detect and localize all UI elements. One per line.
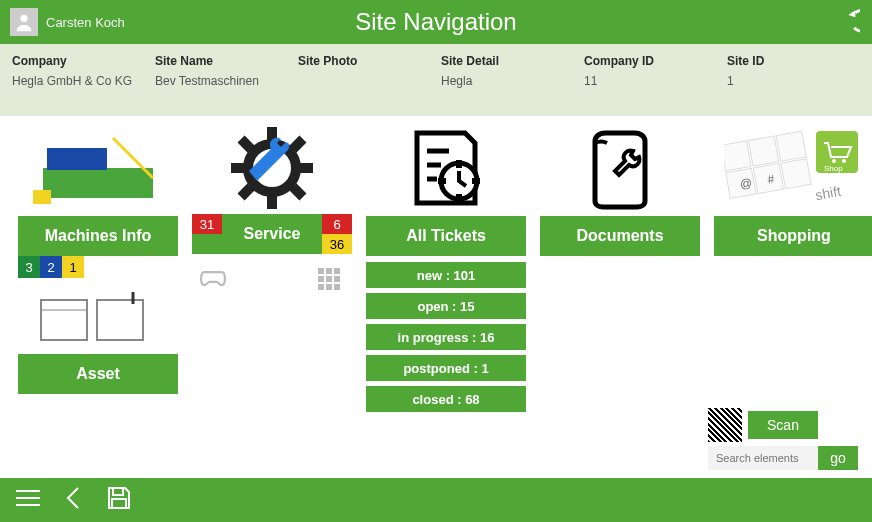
- documents-tile: Documents: [540, 122, 700, 478]
- refresh-icon[interactable]: [832, 8, 860, 36]
- ticket-row-progress[interactable]: in progress : 16: [366, 324, 526, 350]
- machines-badge-2: 2: [40, 256, 62, 278]
- machines-badge-3: 1: [62, 256, 84, 278]
- svg-point-0: [20, 15, 27, 22]
- tickets-image: [376, 122, 516, 214]
- bottom-bar: [0, 478, 872, 522]
- page-title: Site Navigation: [355, 8, 516, 36]
- main-area: Machines Info 3 2 1 Asset 31 6 36 Servic…: [0, 116, 872, 478]
- company-label: Company: [12, 54, 145, 68]
- header-bar: Carsten Koch Site Navigation: [0, 0, 872, 44]
- siteid-label: Site ID: [727, 54, 860, 68]
- svg-rect-1: [43, 168, 153, 198]
- svg-text:Shop: Shop: [824, 164, 843, 173]
- controller-icon[interactable]: [200, 270, 226, 290]
- scan-button[interactable]: Scan: [748, 411, 818, 439]
- site-info-bar: CompanyHegla GmbH & Co KG Site NameBev T…: [0, 44, 872, 116]
- user-name: Carsten Koch: [46, 15, 125, 30]
- menu-icon[interactable]: [14, 487, 42, 513]
- svg-rect-12: [231, 163, 245, 173]
- sitedetail-label: Site Detail: [441, 54, 574, 68]
- svg-rect-28: [776, 131, 806, 161]
- sitedetail-value: Hegla: [441, 74, 574, 88]
- ticket-row-closed[interactable]: closed : 68: [366, 386, 526, 412]
- svg-rect-13: [299, 163, 313, 173]
- grid-icon[interactable]: [318, 268, 344, 294]
- service-image: [202, 122, 342, 214]
- machines-image: [28, 122, 168, 214]
- svg-rect-43: [112, 499, 126, 508]
- back-icon[interactable]: [64, 484, 84, 516]
- siteid-value: 1: [727, 74, 860, 88]
- machines-badge-1: 3: [18, 256, 40, 278]
- asset-button[interactable]: Asset: [18, 354, 178, 394]
- companyid-label: Company ID: [584, 54, 717, 68]
- machines-button[interactable]: Machines Info: [18, 216, 178, 256]
- svg-rect-27: [749, 136, 779, 166]
- svg-rect-4: [33, 190, 51, 204]
- service-button[interactable]: 31 6 36 Service: [192, 214, 352, 254]
- svg-rect-7: [97, 300, 143, 340]
- companyid-value: 11: [584, 74, 717, 88]
- shopping-button[interactable]: Shopping: [714, 216, 872, 256]
- sitename-label: Site Name: [155, 54, 288, 68]
- svg-point-35: [832, 159, 836, 163]
- service-tile: 31 6 36 Service: [192, 122, 352, 478]
- qr-icon: [708, 408, 742, 442]
- svg-rect-5: [41, 300, 87, 340]
- svg-text:@: @: [739, 176, 753, 192]
- svg-rect-11: [267, 195, 277, 209]
- svg-text:shift: shift: [814, 183, 842, 203]
- search-area: Scan go: [708, 408, 858, 470]
- sitename-value: Bev Testmaschinen: [155, 74, 288, 88]
- ticket-row-new[interactable]: new : 101: [366, 262, 526, 288]
- svg-point-36: [842, 159, 846, 163]
- service-label: Service: [192, 214, 352, 254]
- svg-rect-2: [47, 148, 107, 170]
- asset-image: [28, 286, 168, 350]
- svg-rect-24: [438, 178, 446, 184]
- svg-rect-22: [456, 160, 462, 168]
- svg-rect-26: [724, 141, 751, 171]
- shopping-image: @#Shopshift: [724, 122, 864, 214]
- company-value: Hegla GmbH & Co KG: [12, 74, 145, 88]
- search-input[interactable]: [708, 446, 818, 470]
- go-button[interactable]: go: [818, 446, 858, 470]
- machines-tile: Machines Info 3 2 1 Asset: [18, 122, 178, 478]
- svg-rect-23: [456, 194, 462, 202]
- ticket-row-postponed[interactable]: postponed : 1: [366, 355, 526, 381]
- ticket-status-list: new : 101 open : 15 in progress : 16 pos…: [366, 262, 526, 412]
- sitephoto-label: Site Photo: [298, 54, 431, 68]
- avatar[interactable]: [10, 8, 38, 36]
- svg-rect-25: [472, 178, 480, 184]
- machines-badges: 3 2 1: [18, 256, 84, 278]
- tickets-tile: All Tickets new : 101 open : 15 in progr…: [366, 122, 526, 478]
- tickets-button[interactable]: All Tickets: [366, 216, 526, 256]
- svg-rect-31: [781, 159, 811, 189]
- documents-image: [550, 122, 690, 214]
- svg-rect-42: [113, 488, 123, 495]
- documents-button[interactable]: Documents: [540, 216, 700, 256]
- save-icon[interactable]: [106, 485, 132, 515]
- ticket-row-open[interactable]: open : 15: [366, 293, 526, 319]
